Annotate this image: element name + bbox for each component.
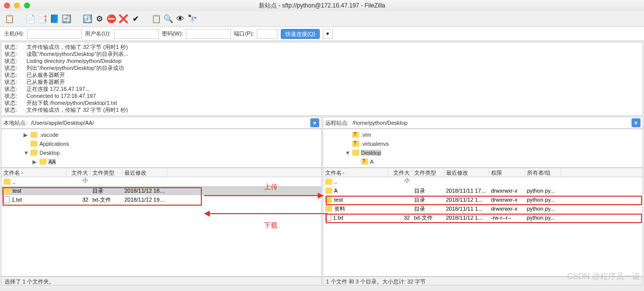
list-item[interactable]: 1.txt32txt-文件2018/11/12 1...-rw-r--r--py…	[323, 213, 643, 222]
local-tree[interactable]: ▶.vscodeApplications▼Desktop▶AA	[1, 129, 322, 168]
list-item[interactable]: ..	[323, 177, 643, 186]
list-item[interactable]: 1.txt32txt-文件2018/11/12 19时...	[1, 195, 321, 204]
compare-icon[interactable]: 👁	[175, 13, 186, 24]
folder-icon	[3, 188, 10, 194]
col-mod[interactable]: 最近修改	[122, 168, 167, 177]
tree-item[interactable]: Applications	[3, 139, 319, 148]
sync-icon[interactable]: 🔭	[187, 13, 198, 24]
local-list-header: 文件名^ 文件大小 文件类型 最近修改	[1, 168, 321, 177]
col-owner[interactable]: 所有者/组	[525, 168, 561, 177]
toolbar-icon-3[interactable]: 📘	[49, 13, 60, 24]
col-name[interactable]: 文件名^	[323, 168, 388, 177]
local-site-dropdown[interactable]: ▾	[310, 118, 319, 127]
log-line: 状态:正在连接 172.16.47.197...	[4, 85, 640, 92]
list-item[interactable]: 资料目录2018/11/11 1...drwxrwxr-xpython py..…	[323, 204, 643, 213]
local-site-box: 本地站点: ▾	[1, 117, 322, 129]
quickconnect-button[interactable]: 快速连接(Q)	[281, 29, 320, 39]
remote-list-body[interactable]: ..A目录2018/11/11 17...drwxrwxr-xpython py…	[323, 177, 643, 276]
folder-icon	[325, 197, 332, 203]
toolbar-icon-2[interactable]: 📑	[37, 13, 48, 24]
filter-icon[interactable]: 📋	[151, 13, 162, 24]
tree-item[interactable]: .virtualenvs	[325, 139, 641, 148]
log-line: 状态:开始下载 /home/python/Desktop/1.txt	[4, 99, 640, 106]
col-size[interactable]: 文件大小	[66, 168, 90, 177]
folder-icon	[30, 141, 37, 147]
host-input[interactable]	[27, 29, 82, 39]
tree-item[interactable]: .vim	[325, 130, 641, 139]
folder-icon	[39, 159, 46, 165]
minimize-button[interactable]	[14, 2, 20, 8]
traffic-lights	[4, 2, 30, 8]
file-icon	[325, 214, 331, 221]
window-titlebar: 新站点 - sftp://python@172.16.47.197 - File…	[0, 0, 644, 11]
toolbar-icon-6[interactable]: ⚙	[94, 13, 105, 24]
refresh-icon[interactable]: 🔃	[82, 13, 93, 24]
host-label: 主机(H):	[4, 30, 24, 37]
tree-item[interactable]: ▼Desktop	[325, 148, 641, 157]
list-item[interactable]: A目录2018/11/11 17...drwxrwxr-xpython py..…	[323, 186, 643, 195]
remote-tree[interactable]: .vim.virtualenvs▼DesktopA	[323, 129, 644, 168]
log-line: 状态:文件传输成功，传输了 32 字节 (用时1 秒)	[4, 106, 640, 113]
user-input[interactable]	[114, 29, 159, 39]
folder-icon	[3, 179, 10, 185]
pass-label: 密码(W):	[162, 30, 183, 37]
remote-list-header: 文件名^ 文件大小 文件类型 最近修改 权限 所有者/组	[323, 168, 643, 177]
folder-icon	[352, 132, 359, 138]
log-line: 状态:文件传输成功，传输了 32 字节 (用时1 秒)	[4, 43, 640, 50]
site-manager-icon[interactable]: 📋	[4, 13, 15, 24]
disconnect-icon[interactable]: ❌	[118, 13, 129, 24]
tree-item[interactable]: ▼Desktop	[3, 148, 319, 157]
reconnect-icon[interactable]: ✔	[130, 13, 141, 24]
remote-file-list: 文件名^ 文件大小 文件类型 最近修改 权限 所有者/组 ..A目录2018/1…	[323, 168, 644, 277]
remote-site-input[interactable]	[351, 120, 630, 126]
toolbar-icon-4[interactable]: 🔄	[61, 13, 72, 24]
quickconnect-dropdown[interactable]: ▾	[323, 29, 333, 39]
port-label: 端口(P):	[234, 30, 254, 37]
col-size[interactable]: 文件大小	[388, 168, 412, 177]
log-line: 状态:列出"/home/python/Desktop"的目录成功	[4, 64, 640, 71]
maximize-button[interactable]	[24, 2, 30, 8]
pass-input[interactable]	[186, 29, 231, 39]
toolbar: 📋 📄 📑 📘 🔄 🔃 ⚙ ⛔ ❌ ✔ 📋 🔍 👁 🔭	[0, 11, 644, 27]
remote-site-dropdown[interactable]: ▾	[632, 118, 641, 127]
col-name[interactable]: 文件名^	[1, 168, 66, 177]
folder-icon	[352, 141, 359, 147]
local-status: 选择了 1 个文件夹。	[1, 277, 322, 286]
col-type[interactable]: 文件类型	[90, 168, 122, 177]
window-title: 新站点 - sftp://python@172.16.47.197 - File…	[259, 1, 385, 10]
folder-icon	[30, 150, 37, 156]
close-button[interactable]	[4, 2, 10, 8]
tree-item[interactable]: A	[325, 157, 641, 166]
search-icon[interactable]: 🔍	[163, 13, 174, 24]
upload-label: 上传	[264, 183, 278, 192]
user-label: 用户名(U):	[85, 30, 110, 37]
log-pane[interactable]: 状态:文件传输成功，传输了 32 字节 (用时1 秒)状态:读取"/home/p…	[1, 42, 643, 116]
file-icon	[3, 196, 9, 203]
list-item[interactable]: test目录2018/11/12 1...drwxrwxr-xpython py…	[323, 195, 643, 204]
port-input[interactable]	[257, 29, 278, 39]
tree-item[interactable]: ▶.vscode	[3, 130, 319, 139]
log-line: 状态:Connected to 172.16.47.197	[4, 92, 640, 99]
col-mod[interactable]: 最近修改	[444, 168, 489, 177]
cancel-icon[interactable]: ⛔	[106, 13, 117, 24]
toolbar-icon-1[interactable]: 📄	[25, 13, 36, 24]
folder-icon	[30, 132, 37, 138]
folder-icon	[361, 159, 368, 165]
col-type[interactable]: 文件类型	[412, 168, 444, 177]
folder-icon	[325, 179, 332, 185]
log-line: 状态:读取"/home/python/Desktop"的目录列表...	[4, 50, 640, 57]
log-line: 状态:已从服务器断开	[4, 71, 640, 78]
tree-item[interactable]: ▶AA	[3, 157, 319, 166]
folder-icon	[325, 206, 332, 212]
download-label: 下载	[264, 221, 278, 230]
watermark: CSDN @程序员一诺	[567, 272, 640, 282]
remote-site-box: 远程站点: ▾	[323, 117, 644, 129]
log-line: 状态:Listing directory /home/python/Deskto…	[4, 57, 640, 64]
local-site-input[interactable]	[29, 120, 308, 126]
quickconnect-bar: 主机(H): 用户名(U): 密码(W): 端口(P): 快速连接(Q) ▾	[0, 27, 644, 41]
log-line: 状态:已从服务器断开	[4, 78, 640, 85]
col-perm[interactable]: 权限	[489, 168, 525, 177]
folder-icon	[352, 150, 359, 156]
remote-site-label: 远程站点:	[325, 119, 349, 127]
folder-icon	[325, 188, 332, 194]
